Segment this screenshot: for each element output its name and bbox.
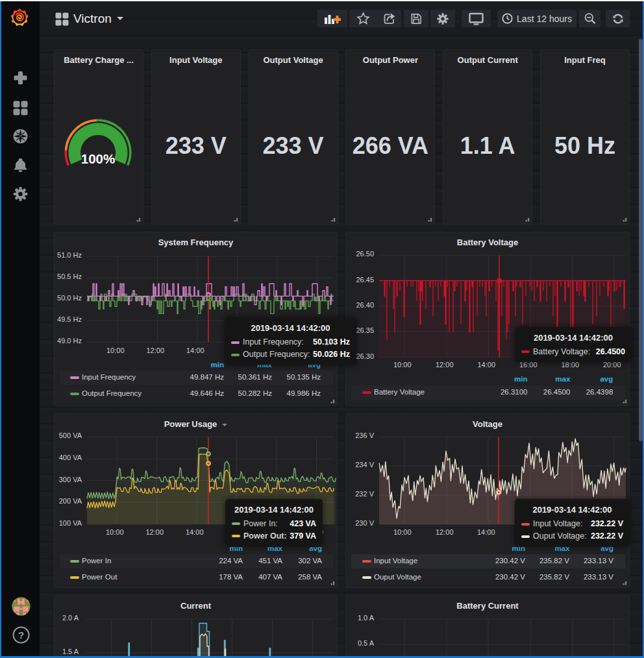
svg-text:?: ? (18, 629, 24, 640)
svg-text:100%: 100% (81, 151, 115, 166)
